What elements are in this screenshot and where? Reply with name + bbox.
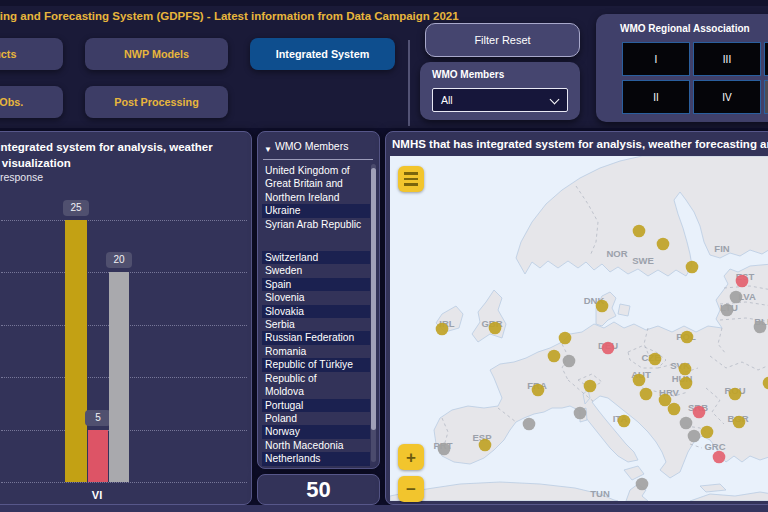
map-dot-yes[interactable] xyxy=(657,238,670,251)
chevron-down-icon xyxy=(550,95,560,105)
header-underline xyxy=(263,159,373,160)
member-row-sweden[interactable]: Sweden xyxy=(262,264,370,277)
map-dot-yes[interactable] xyxy=(729,388,742,401)
map-title: NMHS that has integrated system for anal… xyxy=(392,138,768,150)
ra-button-v[interactable]: V xyxy=(764,42,768,76)
europe-map[interactable]: NORSWEFINDNKIRLGBRESTLVALTUBLRPOLDEUCZES… xyxy=(390,156,768,501)
map-zoom-out-button[interactable]: − xyxy=(398,476,424,502)
map-dot-yes[interactable] xyxy=(596,300,609,313)
member-row-blank[interactable] xyxy=(262,231,370,251)
map-dot-no[interactable] xyxy=(736,275,749,288)
map-dot-no_response[interactable] xyxy=(563,355,576,368)
map-dot-yes[interactable] xyxy=(532,384,545,397)
map-dot-yes[interactable] xyxy=(680,377,693,390)
sort-arrow-icon: ▼ xyxy=(264,145,272,154)
member-row-serbia[interactable]: Serbia xyxy=(262,318,370,331)
ra-button-ii[interactable]: II xyxy=(622,80,690,114)
legend-item-no-response[interactable]: No response xyxy=(0,171,43,183)
map-dot-no_response[interactable] xyxy=(680,417,693,430)
map-dot-no_response[interactable] xyxy=(730,291,743,304)
ra-button-vi[interactable]: VI xyxy=(764,80,768,114)
member-row-norway[interactable]: Norway xyxy=(262,425,370,438)
map-dot-yes[interactable] xyxy=(640,388,653,401)
map-dot-no_response[interactable] xyxy=(721,304,734,317)
map-zoom-in-button[interactable]: + xyxy=(398,444,424,470)
map-dot-no_response[interactable] xyxy=(438,443,451,456)
map-dot-yes[interactable] xyxy=(489,322,502,335)
map-dot-yes[interactable] xyxy=(633,374,646,387)
ra-button-i[interactable]: I xyxy=(622,42,690,76)
bar-yes[interactable] xyxy=(65,220,87,482)
dropdown-value: All xyxy=(441,94,453,106)
tab-nwp-models[interactable]: NWP Models xyxy=(85,38,228,70)
country-label-swe: SWE xyxy=(632,255,654,266)
ra-button-iii[interactable]: III xyxy=(693,42,761,76)
member-row-spain[interactable]: Spain xyxy=(262,278,370,291)
members-table-panel: ▼ WMO Members United Kingdom of Great Br… xyxy=(257,131,380,469)
member-row-republic-of-moldova[interactable]: Republic of Moldova xyxy=(262,372,326,399)
wmo-members-dropdown[interactable]: All xyxy=(432,88,568,112)
map-dot-yes[interactable] xyxy=(479,439,492,452)
members-list: United Kingdom of Great Britain and Nort… xyxy=(262,164,370,466)
member-row-north-macedonia[interactable]: North Macedonia xyxy=(262,439,370,452)
map-dot-yes[interactable] xyxy=(679,363,692,376)
map-menu-button[interactable] xyxy=(398,166,424,192)
total-members-card: 50 xyxy=(257,474,380,505)
member-row-ukraine[interactable]: Ukraine xyxy=(262,204,370,217)
map-dot-yes[interactable] xyxy=(681,331,694,344)
bar-no-response[interactable] xyxy=(109,272,129,482)
member-row-slovenia[interactable]: Slovenia xyxy=(262,291,370,304)
map-dot-no[interactable] xyxy=(713,451,726,464)
tab-global-obs[interactable]: Global Obs. xyxy=(0,86,63,118)
member-row-slovakia[interactable]: Slovakia xyxy=(262,305,370,318)
tab-products[interactable]: Products xyxy=(0,38,63,70)
map-dot-yes[interactable] xyxy=(733,416,746,429)
gridline-0 xyxy=(1,482,247,483)
members-header-label: WMO Members xyxy=(275,140,349,152)
member-row-romania[interactable]: Romania xyxy=(262,345,370,358)
map-dot-yes[interactable] xyxy=(668,403,681,416)
map-dot-yes[interactable] xyxy=(548,350,561,363)
country-label-nor: NOR xyxy=(606,248,627,259)
map-dot-yes[interactable] xyxy=(649,353,662,366)
map-dot-yes[interactable] xyxy=(659,394,672,407)
map-dot-no_response[interactable] xyxy=(523,418,536,431)
regional-association-label: WMO Regional Association xyxy=(620,23,750,34)
member-row-republic-of-t-rkiye[interactable]: Republic of Türkiye xyxy=(262,358,370,371)
map-dot-yes[interactable] xyxy=(686,261,699,274)
bar-no[interactable] xyxy=(88,430,108,482)
map-dot-yes[interactable] xyxy=(584,380,597,393)
tab-integrated-system[interactable]: Integrated System xyxy=(250,38,395,70)
total-members-value: 50 xyxy=(306,477,330,503)
map-dot-yes[interactable] xyxy=(633,225,646,238)
map-dot-yes[interactable] xyxy=(559,332,572,345)
bottom-strip xyxy=(0,505,768,512)
page-title: Global Data-processing and Forecasting S… xyxy=(0,10,459,22)
map-dot-yes[interactable] xyxy=(618,415,631,428)
map-dot-no_response[interactable] xyxy=(688,430,701,443)
gridline-25 xyxy=(1,220,247,221)
scrollbar-thumb[interactable] xyxy=(371,168,376,430)
map-dot-yes[interactable] xyxy=(701,426,714,439)
member-row-poland[interactable]: Poland xyxy=(262,412,370,425)
member-row-united-kingdom-of-great-britain-and-northern-ireland[interactable]: United Kingdom of Great Britain and Nort… xyxy=(262,164,370,204)
wmo-members-filter-label: WMO Members xyxy=(432,69,504,80)
filter-reset-button[interactable]: Filter Reset xyxy=(425,23,580,57)
map-dot-no_response[interactable] xyxy=(636,478,649,491)
member-row-syrian-arab-republic[interactable]: Syrian Arab Republic xyxy=(262,218,370,231)
member-row-switzerland[interactable]: Switzerland xyxy=(262,251,370,264)
ra-button-iv[interactable]: IV xyxy=(693,80,761,114)
tab-post-processing[interactable]: Post Processing xyxy=(85,86,228,118)
map-dot-no_response[interactable] xyxy=(574,407,587,420)
member-row-russian-federation[interactable]: Russian Federation xyxy=(262,331,370,344)
member-row-portugal[interactable]: Portugal xyxy=(262,399,370,412)
dashboard: Global Data-processing and Forecasting S… xyxy=(0,0,768,512)
map-dot-no_response[interactable] xyxy=(754,321,767,334)
map-dot-no[interactable] xyxy=(602,342,615,355)
hamburger-icon xyxy=(404,172,418,175)
member-row-netherlands[interactable]: Netherlands xyxy=(262,452,370,465)
map-dot-yes[interactable] xyxy=(436,323,449,336)
bar-value-label: 20 xyxy=(106,252,132,268)
members-table-header[interactable]: ▼ WMO Members xyxy=(264,140,348,152)
map-dot-no[interactable] xyxy=(693,406,706,419)
